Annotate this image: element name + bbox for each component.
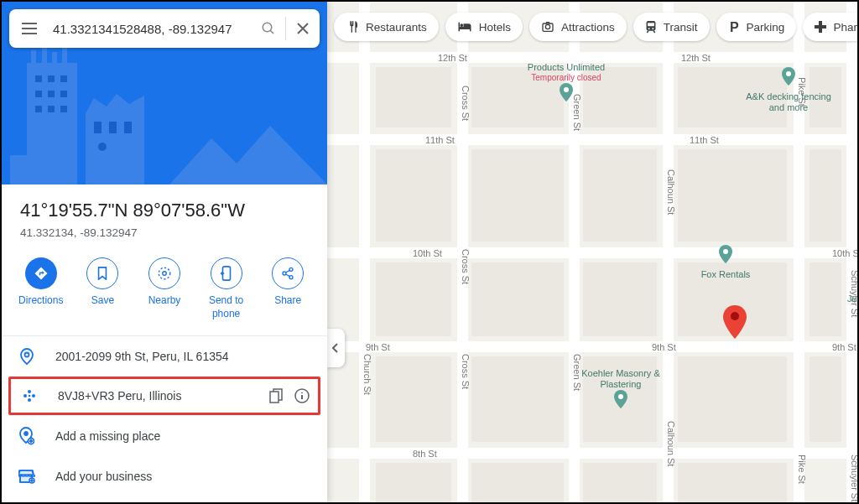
restaurant-icon (346, 20, 359, 34)
chip-transit[interactable]: Transit (633, 13, 710, 41)
transit-icon (645, 20, 657, 34)
action-label: Directions (18, 294, 63, 308)
street-label: Schuyler St (848, 455, 857, 501)
svg-rect-49 (648, 23, 654, 26)
search-button[interactable] (252, 9, 285, 48)
coord-dms: 41°19'55.7"N 89°07'58.6"W (20, 200, 309, 221)
svg-rect-17 (48, 106, 55, 112)
svg-rect-3 (31, 50, 36, 63)
coord-decimal: 41.332134, -89.132947 (20, 226, 309, 239)
street-label: Church St (361, 354, 374, 395)
directions-button[interactable]: Directions (10, 257, 72, 320)
add-place-text: Add a missing place (55, 429, 312, 443)
svg-point-27 (289, 276, 293, 279)
chip-attractions[interactable]: Attractions (529, 13, 627, 41)
street-label: Calhoun St (664, 169, 678, 215)
svg-rect-5 (52, 52, 57, 63)
directions-icon (34, 266, 49, 281)
chip-parking[interactable]: P Parking (716, 13, 797, 41)
street-label: 9th St (650, 342, 678, 352)
close-icon (297, 23, 309, 34)
parking-icon: P (728, 20, 740, 34)
info-icon[interactable] (294, 388, 310, 403)
phone-icon (220, 266, 233, 281)
street-label: 12th St (436, 53, 469, 63)
svg-rect-19 (94, 122, 102, 133)
street-label: 11th St (688, 135, 721, 145)
hamburger-icon (22, 23, 37, 34)
send-to-phone-button[interactable]: Send to phone (195, 257, 258, 320)
chip-restaurants[interactable]: Restaurants (334, 13, 439, 41)
poi-products-unlimited[interactable]: Products Unlimited Temporarily closed (516, 62, 617, 107)
dropped-pin-marker[interactable] (723, 305, 747, 339)
plus-code-item[interactable]: 8VJ8+VR3 Peru, Illinois (8, 377, 320, 415)
poi-ak-decking[interactable]: A&K decking fencing and more (742, 67, 835, 114)
svg-rect-15 (60, 91, 67, 97)
poi-pin-icon (559, 83, 574, 103)
street-label: 10th St (830, 248, 857, 258)
svg-point-33 (29, 395, 31, 397)
action-row: Directions Save Nearby Send to phone Sha… (2, 251, 327, 336)
add-business-text: Add your business (55, 470, 312, 483)
bookmark-icon (96, 267, 108, 280)
share-button[interactable]: Share (257, 257, 319, 320)
chip-hotels[interactable]: Hotels (445, 13, 523, 41)
attraction-icon (541, 20, 554, 34)
plus-code-icon (22, 388, 37, 403)
poi-jus[interactable]: Jus (847, 294, 857, 304)
svg-point-23 (159, 268, 170, 279)
poi-pin-icon (613, 390, 628, 410)
svg-rect-18 (60, 106, 67, 112)
svg-point-0 (263, 23, 272, 32)
svg-point-43 (731, 312, 739, 320)
add-place-item[interactable]: Add a missing place (2, 415, 327, 457)
street-label: Cross St (459, 86, 472, 121)
poi-koehler[interactable]: Koehler Masonry & Plastering (575, 368, 667, 415)
action-label: Save (91, 294, 114, 308)
svg-rect-20 (109, 122, 117, 133)
svg-rect-6 (62, 46, 67, 63)
svg-rect-16 (35, 106, 42, 112)
svg-point-32 (28, 398, 31, 402)
add-business-item[interactable]: Add your business (2, 457, 327, 496)
menu-button[interactable] (9, 9, 49, 48)
street-label: 12th St (679, 53, 712, 63)
svg-point-31 (32, 394, 35, 397)
svg-point-41 (723, 249, 728, 254)
title-block: 41°19'55.7"N 89°07'58.6"W 41.332134, -89… (2, 184, 327, 251)
collapse-panel-button[interactable] (327, 329, 345, 367)
search-icon (261, 21, 276, 36)
svg-point-36 (24, 432, 28, 435)
hotel-icon (457, 21, 472, 33)
chip-pharmacies[interactable]: Pharmacies (803, 13, 857, 41)
poi-fox-rentals[interactable]: Fox Rentals (688, 245, 763, 280)
svg-point-29 (28, 390, 31, 393)
street-label: Cross St (459, 249, 472, 284)
category-chips: Restaurants Hotels Attractions Transit P… (334, 13, 851, 41)
street-label: Pike St (795, 455, 809, 484)
svg-point-44 (545, 24, 549, 29)
poi-pin-icon (718, 245, 733, 265)
search-bar (9, 9, 320, 48)
copy-icon[interactable] (269, 388, 283, 403)
svg-point-48 (652, 28, 653, 29)
svg-rect-10 (35, 75, 42, 82)
add-place-icon (19, 427, 34, 445)
add-label-item[interactable]: Add a label (2, 496, 327, 502)
address-text: 2001-2099 9th St, Peru, IL 61354 (55, 350, 312, 363)
svg-rect-34 (270, 392, 279, 403)
svg-point-9 (98, 143, 107, 151)
save-button[interactable]: Save (72, 257, 134, 320)
map-canvas[interactable]: 12th St 12th St 11th St 11th St 10th St … (327, 2, 857, 502)
chevron-left-icon (332, 343, 339, 353)
plus-code-text: 8VJ8+VR3 Peru, Illinois (58, 389, 251, 403)
action-label: Nearby (148, 294, 181, 308)
svg-point-39 (564, 87, 569, 92)
svg-rect-12 (60, 75, 67, 82)
address-item[interactable]: 2001-2099 9th St, Peru, IL 61354 (2, 336, 327, 377)
nearby-button[interactable]: Nearby (133, 257, 195, 320)
street-label: 9th St (830, 342, 857, 352)
search-input[interactable] (49, 22, 252, 36)
side-panel: 41°19'55.7"N 89°07'58.6"W 41.332134, -89… (2, 2, 327, 502)
clear-button[interactable] (286, 9, 320, 48)
